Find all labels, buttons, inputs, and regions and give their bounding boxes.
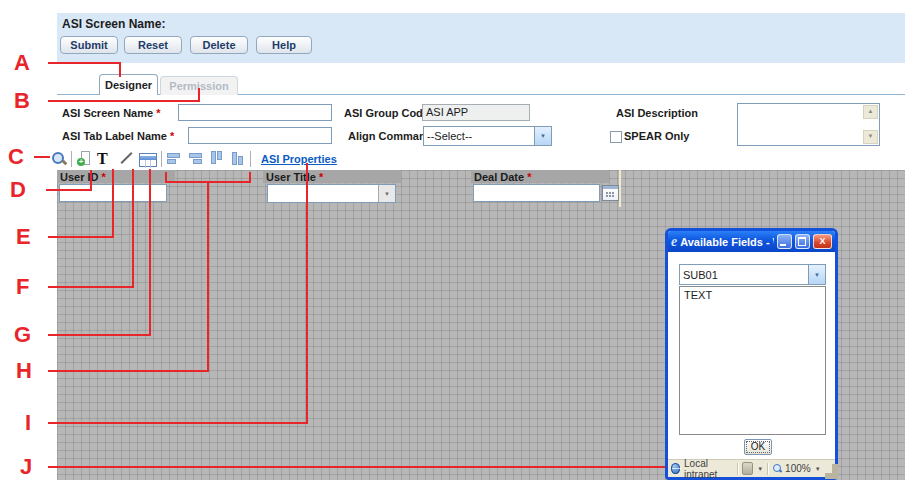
annotation-letter-c: C (8, 147, 24, 167)
column-guide (619, 170, 621, 207)
chevron-down-icon[interactable]: ▼ (757, 466, 763, 472)
required-asterisk: * (170, 130, 174, 142)
annotation-line-d (46, 189, 92, 191)
asi-description-label: ASI Description (616, 107, 698, 119)
submit-button[interactable]: Submit (60, 36, 118, 54)
reset-button[interactable]: Reset (124, 36, 182, 54)
chevron-down-icon[interactable]: ▼ (815, 466, 821, 472)
tab-designer[interactable]: Designer (99, 74, 158, 95)
delete-button[interactable]: Delete (190, 36, 248, 54)
required-asterisk: * (319, 171, 323, 183)
align-command-label: Align Command (348, 130, 432, 142)
required-asterisk: * (102, 171, 106, 183)
security-icon[interactable] (742, 462, 753, 475)
align-left-icon[interactable] (166, 150, 183, 167)
annotation-letter-a: A (14, 53, 30, 73)
calendar-icon[interactable] (602, 185, 619, 201)
annotation-letter-f: F (16, 277, 29, 297)
annotation-line-h (165, 172, 167, 183)
field-group-value: SUB01 (680, 269, 808, 281)
asi-tab-label-name-label: ASI Tab Label Name * (62, 130, 174, 142)
statusbar-divider (737, 463, 738, 475)
annotation-line-h (48, 370, 209, 372)
annotation-letter-i: I (25, 413, 31, 433)
annotation-line-a (48, 62, 121, 64)
chevron-down-icon[interactable]: ▼ (534, 127, 551, 145)
zoom-level-text: 100% (785, 463, 811, 474)
help-button[interactable]: Help (256, 36, 312, 54)
deal-date-input[interactable] (473, 184, 600, 202)
statusbar-divider (767, 463, 768, 475)
required-asterisk: * (156, 107, 160, 119)
align-top-icon[interactable] (208, 150, 225, 167)
designer-toolbar: T ASI Properties (50, 150, 337, 167)
zoom-level-icon[interactable] (772, 463, 781, 474)
annotation-line-d (90, 170, 92, 191)
page-title: ASI Screen Name: (62, 17, 165, 31)
chevron-down-icon[interactable]: ▼ (378, 185, 395, 202)
spear-only-label: SPEAR Only (624, 130, 689, 142)
zoom-icon[interactable] (50, 150, 67, 167)
scroll-down-icon[interactable]: ▼ (863, 130, 878, 144)
annotation-line-f (132, 169, 134, 288)
minimize-icon[interactable] (777, 234, 792, 249)
annotation-line-b (48, 100, 200, 102)
annotation-letter-h: H (16, 361, 32, 381)
annotation-letter-g: G (14, 325, 31, 345)
align-right-icon[interactable] (187, 150, 204, 167)
toolbar-separator (250, 151, 251, 167)
annotation-line-f (48, 286, 134, 288)
annotation-line-g (149, 169, 151, 336)
annotation-letter-e: E (16, 227, 31, 247)
annotation-line-i (306, 163, 308, 424)
align-bottom-icon[interactable] (229, 150, 246, 167)
add-field-icon[interactable] (76, 150, 93, 167)
ie-logo-icon: e (671, 235, 677, 249)
align-command-value: --Select-- (424, 130, 534, 142)
asi-group-code-value: ASI APP (422, 104, 530, 121)
field-group-select[interactable]: SUB01 ▼ (679, 264, 826, 285)
annotation-line-i (48, 422, 308, 424)
field-header-user-id: User ID * (57, 170, 175, 183)
toolbar-separator (161, 151, 162, 167)
align-command-select[interactable]: --Select-- ▼ (423, 126, 552, 146)
spear-only-checkbox[interactable] (610, 131, 622, 143)
toolbar-separator (71, 151, 72, 167)
field-header-user-title: User Title * (263, 170, 401, 183)
header-panel (57, 13, 905, 63)
annotation-letter-d: D (10, 180, 26, 200)
annotation-line-g (48, 334, 151, 336)
scroll-up-icon[interactable]: ▲ (863, 105, 878, 119)
asi-group-code-label: ASI Group Code (344, 107, 429, 119)
annotation-letter-b: B (14, 91, 30, 111)
annotation-line-h (249, 172, 251, 183)
annotation-line-e (48, 236, 114, 238)
text-tool-icon[interactable]: T (97, 150, 114, 167)
resize-grip[interactable] (825, 464, 832, 473)
popup-titlebar[interactable]: e Available Fields - Wind... (668, 231, 835, 252)
maximize-icon[interactable] (795, 234, 810, 249)
asi-screen-name-input[interactable] (178, 104, 332, 121)
user-title-select[interactable]: ▼ (267, 184, 396, 203)
table-tool-icon[interactable] (139, 153, 157, 167)
annotation-line-c (34, 156, 50, 158)
intranet-globe-icon (671, 463, 680, 474)
available-fields-window: e Available Fields - Wind... SUB01 ▼ TEX… (665, 228, 838, 480)
required-asterisk: * (527, 171, 531, 183)
annotation-line-a (119, 62, 121, 77)
available-fields-list[interactable]: TEXT (679, 286, 826, 435)
security-zone-text: Local intranet (684, 458, 733, 480)
asi-properties-link[interactable]: ASI Properties (261, 153, 337, 165)
asi-description-textarea[interactable]: ▲ ▼ (737, 103, 880, 146)
annotation-line-h (165, 181, 251, 183)
chevron-down-icon[interactable]: ▼ (808, 265, 825, 284)
ok-button[interactable]: OK (744, 439, 772, 455)
asi-screen-name-label: ASI Screen Name * (62, 107, 160, 119)
close-icon[interactable] (813, 234, 832, 249)
list-item[interactable]: TEXT (680, 287, 825, 303)
line-tool-icon[interactable] (118, 150, 135, 167)
asi-tab-label-name-input[interactable] (188, 127, 332, 144)
screen-designer-page: ASI Screen Name: Submit Reset Delete Hel… (0, 0, 921, 491)
annotation-line-b (198, 88, 200, 102)
field-header-deal-date: Deal Date * (471, 170, 609, 183)
